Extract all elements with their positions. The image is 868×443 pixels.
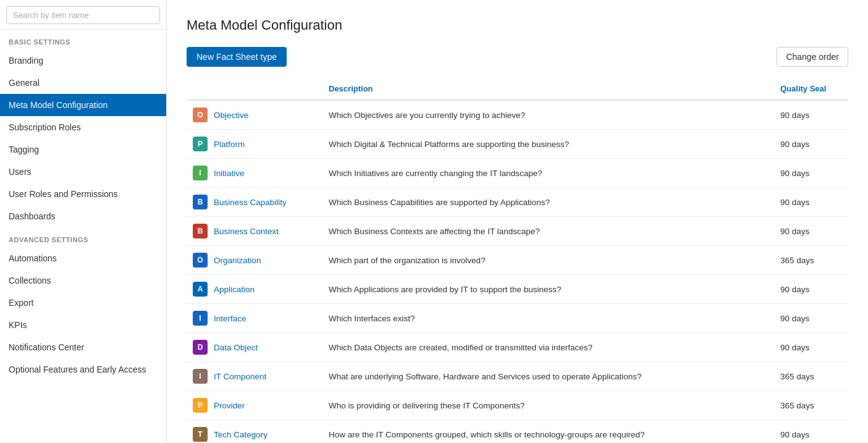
fact-sheet-quality-seal: 90 days xyxy=(774,159,848,188)
table-row: A Application Which Applications are pro… xyxy=(187,275,848,304)
fact-sheet-name-cell: B Business Context xyxy=(187,217,322,246)
fact-sheet-description: Which Interfaces exist? xyxy=(322,304,774,333)
fact-sheet-name-cell: A Application xyxy=(187,275,322,304)
fact-sheet-name-link[interactable]: IT Component xyxy=(214,372,266,381)
fact-sheet-name-cell: O Organization xyxy=(187,246,322,275)
sidebar-item-tagging[interactable]: Tagging xyxy=(0,138,166,161)
fact-sheet-quality-seal: 90 days xyxy=(774,333,848,362)
fact-sheet-badge: I xyxy=(193,369,208,384)
fact-sheet-description: How are the IT Components grouped, which… xyxy=(322,420,774,444)
fact-sheet-name-link[interactable]: Objective xyxy=(214,111,248,120)
basic-settings-items: BrandingGeneralMeta Model ConfigurationS… xyxy=(0,49,166,227)
col-name xyxy=(187,79,322,100)
advanced-settings-label: ADVANCED SETTINGS xyxy=(0,227,166,247)
fact-sheet-badge: P xyxy=(193,137,208,151)
sidebar-item-automations[interactable]: Automations xyxy=(0,247,166,269)
fact-sheet-name-cell: P Provider xyxy=(187,391,322,420)
table-row: B Business Context Which Business Contex… xyxy=(187,217,848,246)
fact-sheet-description: Which Applications are provided by IT to… xyxy=(322,275,774,304)
fact-sheet-badge: I xyxy=(193,311,208,326)
toolbar: New Fact Sheet type Change order xyxy=(187,47,848,67)
fact-sheet-description: Which Business Contexts are affecting th… xyxy=(322,217,774,246)
fact-sheet-quality-seal: 90 days xyxy=(774,100,848,130)
fact-sheet-quality-seal: 90 days xyxy=(774,304,848,333)
fact-sheet-badge: D xyxy=(193,340,208,355)
table-row: D Data Object Which Data Objects are cre… xyxy=(187,333,848,362)
sidebar-item-branding[interactable]: Branding xyxy=(0,49,166,72)
fact-sheet-name-cell: I Initiative xyxy=(187,159,322,188)
table-row: O Objective Which Objectives are you cur… xyxy=(187,100,848,130)
sidebar-item-collections[interactable]: Collections xyxy=(0,269,166,292)
table-row: B Business Capability Which Business Cap… xyxy=(187,188,848,217)
sidebar-item-general[interactable]: General xyxy=(0,72,166,94)
fact-sheet-quality-seal: 365 days xyxy=(774,391,848,420)
fact-sheet-table: Description Quality Seal O Objective Whi… xyxy=(187,79,848,443)
col-description: Description xyxy=(322,79,774,100)
sidebar: BASIC SETTINGS BrandingGeneralMeta Model… xyxy=(0,0,167,443)
fact-sheet-name-link[interactable]: Organization xyxy=(214,256,261,265)
table-row: P Provider Who is providing or deliverin… xyxy=(187,391,848,420)
fact-sheet-quality-seal: 90 days xyxy=(774,420,848,444)
table-row: I Initiative Which Initiatives are curre… xyxy=(187,159,848,188)
sidebar-item-meta-model-configuration[interactable]: Meta Model Configuration xyxy=(0,94,166,116)
fact-sheet-description: Which Digital & Technical Platforms are … xyxy=(322,130,774,159)
fact-sheet-name-cell: I Interface xyxy=(187,304,322,333)
sidebar-item-subscription-roles[interactable]: Subscription Roles xyxy=(0,116,166,138)
sidebar-item-kpis[interactable]: KPIs xyxy=(0,314,166,336)
table-body: O Objective Which Objectives are you cur… xyxy=(187,100,848,443)
fact-sheet-description: What are underlying Software, Hardware a… xyxy=(322,362,774,391)
fact-sheet-description: Which Business Capabilities are supporte… xyxy=(322,188,774,217)
change-order-button[interactable]: Change order xyxy=(777,47,848,67)
fact-sheet-description: Which Objectives are you currently tryin… xyxy=(322,100,774,130)
page-title: Meta Model Configuration xyxy=(187,17,848,33)
main-content: Meta Model Configuration New Fact Sheet … xyxy=(167,0,868,443)
sidebar-item-notifications-center[interactable]: Notifications Center xyxy=(0,336,166,358)
col-quality-seal: Quality Seal xyxy=(774,79,848,100)
sidebar-item-user-roles-permissions[interactable]: User Roles and Permissions xyxy=(0,183,166,205)
table-row: O Organization Which part of the organiz… xyxy=(187,246,848,275)
fact-sheet-name-link[interactable]: Business Capability xyxy=(214,198,287,207)
fact-sheet-description: Who is providing or delivering these IT … xyxy=(322,391,774,420)
basic-settings-label: BASIC SETTINGS xyxy=(0,30,166,49)
fact-sheet-name-cell: O Objective xyxy=(187,100,322,130)
fact-sheet-description: Which part of the organization is involv… xyxy=(322,246,774,275)
fact-sheet-name-link[interactable]: Business Context xyxy=(214,227,279,236)
sidebar-item-optional-features[interactable]: Optional Features and Early Access xyxy=(0,358,166,381)
fact-sheet-badge: A xyxy=(193,282,208,297)
fact-sheet-quality-seal: 365 days xyxy=(774,362,848,391)
fact-sheet-name-link[interactable]: Platform xyxy=(214,140,245,149)
fact-sheet-name-cell: D Data Object xyxy=(187,333,322,362)
fact-sheet-quality-seal: 365 days xyxy=(774,246,848,275)
fact-sheet-badge: O xyxy=(193,108,208,122)
fact-sheet-name-cell: P Platform xyxy=(187,130,322,159)
table-row: T Tech Category How are the IT Component… xyxy=(187,420,848,444)
fact-sheet-name-cell: I IT Component xyxy=(187,362,322,391)
fact-sheet-name-link[interactable]: Tech Category xyxy=(214,430,268,439)
fact-sheet-description: Which Initiatives are currently changing… xyxy=(322,159,774,188)
fact-sheet-badge: O xyxy=(193,253,208,268)
fact-sheet-badge: B xyxy=(193,224,208,238)
sidebar-item-export[interactable]: Export xyxy=(0,292,166,314)
advanced-settings-items: AutomationsCollectionsExportKPIsNotifica… xyxy=(0,247,166,381)
sidebar-item-users[interactable]: Users xyxy=(0,161,166,183)
sidebar-item-dashboards[interactable]: Dashboards xyxy=(0,205,166,227)
fact-sheet-quality-seal: 90 days xyxy=(774,130,848,159)
fact-sheet-quality-seal: 90 days xyxy=(774,188,848,217)
fact-sheet-name-link[interactable]: Interface xyxy=(214,314,246,323)
fact-sheet-name-cell: B Business Capability xyxy=(187,188,322,217)
table-row: I IT Component What are underlying Softw… xyxy=(187,362,848,391)
fact-sheet-name-link[interactable]: Application xyxy=(214,285,255,294)
table-row: P Platform Which Digital & Technical Pla… xyxy=(187,130,848,159)
fact-sheet-badge: B xyxy=(193,195,208,209)
fact-sheet-name-link[interactable]: Provider xyxy=(214,401,245,410)
fact-sheet-name-cell: T Tech Category xyxy=(187,420,322,444)
search-input[interactable] xyxy=(6,6,160,24)
fact-sheet-name-link[interactable]: Data Object xyxy=(214,343,258,352)
fact-sheet-badge: P xyxy=(193,398,208,413)
table-row: I Interface Which Interfaces exist?90 da… xyxy=(187,304,848,333)
fact-sheet-name-link[interactable]: Initiative xyxy=(214,169,245,178)
fact-sheet-badge: I xyxy=(193,166,208,180)
fact-sheet-quality-seal: 90 days xyxy=(774,275,848,304)
search-wrapper xyxy=(0,0,166,30)
new-fact-sheet-button[interactable]: New Fact Sheet type xyxy=(187,47,287,67)
